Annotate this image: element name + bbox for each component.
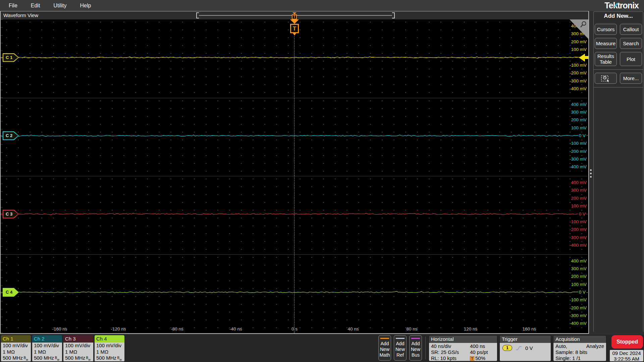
channel-settings-name: Ch 1	[1, 335, 31, 343]
channel-badge-4[interactable]: C 4	[3, 288, 19, 297]
add-callout-button[interactable]: Callout	[620, 24, 642, 35]
add-new-button-label-line: Add	[394, 341, 406, 347]
more-button[interactable]: More...	[620, 73, 642, 84]
add-plot-button[interactable]: Plot	[620, 52, 642, 66]
channel-settings-row: 1 MΩ	[96, 349, 124, 355]
voltage-scale-label: -100 mV	[570, 62, 587, 68]
channel-badge-1[interactable]: C 1	[3, 53, 19, 62]
add-new-ref-button[interactable]: AddNewRef	[394, 335, 407, 361]
add-new-button-label-line: Ref	[394, 352, 406, 358]
acquisition-analyze: Analyze	[586, 343, 604, 349]
add-measure-button[interactable]: Measure	[595, 38, 617, 49]
horizontal-panel[interactable]: Horizontal 40 ns/div400 nsSR: 25 GS/s40 …	[429, 335, 497, 361]
channel-badge-label: C 1	[3, 53, 15, 62]
voltage-scale-label: 200 mV	[571, 195, 587, 201]
horizontal-panel-title: Horizontal	[429, 336, 497, 343]
channel-badge-3[interactable]: C 3	[3, 210, 19, 219]
add-cursors-button[interactable]: Cursors	[595, 24, 617, 35]
horizontal-row-value: 50%	[475, 355, 485, 361]
posbar-right-bracket	[392, 12, 395, 18]
stripe-icon	[396, 338, 405, 339]
channel-settings-row: 500 MHz Bw	[34, 355, 62, 361]
acquisition-panel[interactable]: Acquisition Auto, Analyze Sample: 8 bits…	[553, 335, 606, 361]
add-new-bus-button[interactable]: AddNewBus	[409, 335, 422, 361]
menu-help[interactable]: Help	[80, 3, 91, 9]
trigger-level-arrow[interactable]	[579, 54, 588, 62]
add-new-math-button[interactable]: AddNewMath	[378, 335, 391, 361]
menu-file[interactable]: File	[9, 3, 17, 9]
channel-settings-badge-4[interactable]: Ch 4100 mV/div1 MΩ500 MHz Bw	[95, 335, 124, 361]
zero-volt-label: 0 V	[578, 211, 587, 217]
bottom-bar-divider	[425, 337, 426, 359]
bandwidth-icon: Bw	[85, 357, 91, 360]
voltage-scale-label: 100 mV	[571, 203, 587, 209]
time-axis-label: -40 ns	[224, 326, 248, 331]
add-new-button-label-line: Add	[379, 341, 391, 347]
acquisition-sample: Sample: 8 bits	[555, 349, 604, 355]
date-text: 09 Dec 2024	[610, 350, 643, 356]
bandwidth-icon: Bw	[116, 357, 122, 360]
voltage-scale-label: 400 mV	[571, 258, 587, 264]
add-new-buttons-group: AddNewMathAddNewRefAddNewBus	[378, 335, 422, 361]
waveform-view-title: Waveform View	[3, 11, 38, 19]
run-stop-button[interactable]: Stopped	[611, 335, 643, 349]
add-results-table-button[interactable]: Results Table	[595, 52, 617, 66]
trigger-panel-title: Trigger	[500, 336, 551, 343]
channel-settings-badge-2[interactable]: Ch 2100 mV/div1 MΩ500 MHz Bw	[32, 335, 62, 361]
voltage-scale-label: -100 mV	[570, 297, 587, 303]
horizontal-row-left: 40 ns/div	[431, 343, 470, 349]
datetime-display: 09 Dec 2024 3:22:55 AM	[610, 350, 643, 361]
horizontal-position-bar[interactable]: T	[196, 12, 395, 18]
channel-settings-name: Ch 2	[32, 335, 62, 343]
trigger-panel[interactable]: Trigger 1 0 V	[499, 335, 551, 361]
channel-settings-row: 1 MΩ	[34, 349, 62, 355]
bandwidth-icon: Bw	[23, 357, 28, 360]
stripe-icon	[411, 338, 420, 339]
trigger-position-marker[interactable]: T	[292, 12, 297, 19]
voltage-scale-label: -400 mV	[570, 320, 587, 326]
trigger-marker-t-icon: T	[292, 14, 297, 19]
horizontal-row-right: T50%	[470, 355, 485, 361]
trigger-panel-body: 1 0 V	[500, 343, 551, 361]
time-text: 3:22:55 AM	[610, 356, 643, 362]
voltage-scale-label: -300 mV	[570, 156, 587, 162]
bandwidth-icon: Bw	[54, 357, 59, 360]
menu-utility[interactable]: Utility	[53, 3, 66, 9]
zoom-select-button[interactable]	[595, 73, 617, 84]
channel-settings-row: 500 MHz Bw	[96, 355, 124, 361]
graticule: T 400 mV300 mV200 mV100 mV-100 mV-200 mV…	[1, 19, 588, 333]
tektronix-logo: Tektronix	[604, 1, 639, 10]
channel-settings-row: 100 mV/div	[34, 343, 62, 349]
bottom-settings-bar: Ch 1100 mV/div1 MΩ500 MHz BwCh 2100 mV/d…	[0, 335, 644, 362]
rising-edge-icon	[516, 346, 522, 351]
trigger-flag-arrow-icon	[290, 19, 299, 24]
channel-settings-row: 500 MHz Bw	[65, 355, 93, 361]
voltage-scale-label: 200 mV	[571, 39, 587, 45]
sidebar-splitter-handle[interactable]	[590, 168, 592, 179]
acquisition-panel-title: Acquisition	[553, 336, 606, 343]
channel-settings-badge-1[interactable]: Ch 1100 mV/div1 MΩ500 MHz Bw	[1, 335, 31, 361]
time-axis-label: 0 s	[283, 326, 306, 331]
channel-badges-group: Ch 1100 mV/div1 MΩ500 MHz BwCh 2100 mV/d…	[1, 335, 124, 361]
add-new-button-label-line: Math	[379, 352, 391, 358]
voltage-scale-label: -200 mV	[570, 227, 587, 233]
waveform-trace	[1, 57, 588, 58]
channel-settings-badge-3[interactable]: Ch 3100 mV/div1 MΩ500 MHz Bw	[63, 335, 93, 361]
channel-badge-2[interactable]: C 2	[3, 131, 19, 140]
add-new-button-label-line: Add	[410, 341, 422, 347]
menu-edit[interactable]: Edit	[31, 3, 40, 9]
voltage-scale-label: -400 mV	[570, 164, 587, 170]
voltage-scale-label: 100 mV	[571, 282, 587, 288]
channel-settings-row: 500 MHz Bw	[3, 355, 31, 361]
channel-settings-body: 100 mV/div1 MΩ500 MHz Bw	[1, 343, 31, 361]
time-axis-label: -160 ns	[48, 326, 71, 331]
stripe-icon	[380, 338, 389, 339]
trigger-indicator-flag[interactable]: T	[289, 19, 300, 36]
trigger-flag-t-icon: T	[290, 24, 299, 33]
channel-settings-row: 1 MΩ	[65, 349, 93, 355]
time-axis-label: 40 ns	[341, 326, 365, 331]
horizontal-row-value: 40 ps/pt	[470, 349, 488, 355]
acquisition-single: Single: 1 /1	[555, 355, 604, 361]
add-search-button[interactable]: Search	[620, 38, 642, 49]
menu-bar: File Edit Utility Help	[0, 0, 644, 11]
